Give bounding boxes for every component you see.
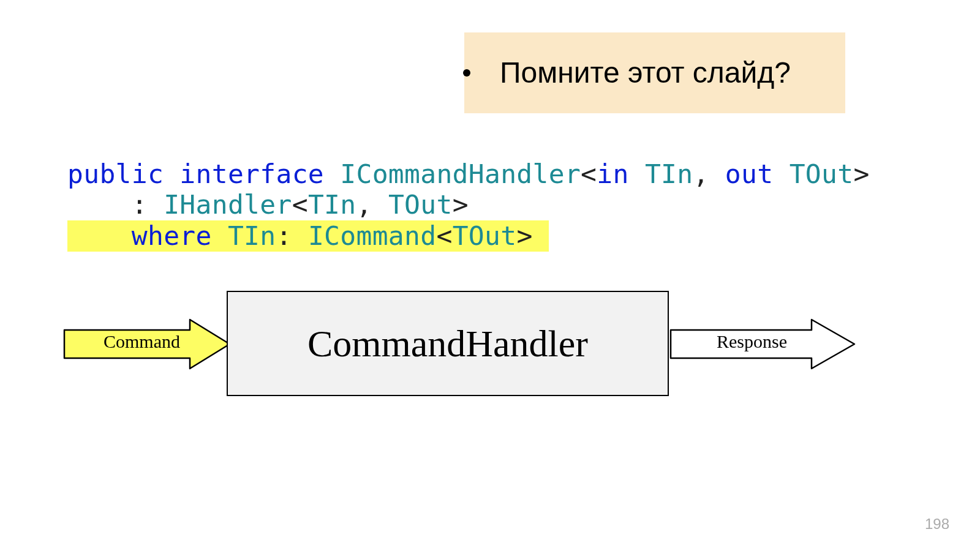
colon-constraint: : (276, 220, 292, 251)
keyword-in: in (597, 159, 628, 189)
colon-inherit: : (132, 189, 148, 220)
type-tin: TIn (645, 159, 693, 189)
angle-close: > (853, 159, 869, 189)
angle-open: < (292, 189, 308, 220)
handler-box: CommandHandler (227, 291, 669, 396)
angle-open: < (581, 159, 597, 189)
angle-open-3: < (436, 220, 452, 251)
arrow-response: Response (668, 318, 858, 370)
code-line-2: : IHandler<TIn, TOut> (67, 189, 469, 220)
type-tin-3: TIn (228, 220, 276, 251)
callout-text: Помните этот слайд? (481, 56, 791, 89)
handler-box-label: CommandHandler (307, 322, 588, 365)
comma-2: , (356, 189, 372, 220)
type-tout-2: TOut (388, 189, 453, 220)
angle-close-3: > (516, 220, 532, 251)
type-icommand: ICommand (308, 220, 437, 251)
callout-box: Помните этот слайд? (464, 32, 845, 113)
keyword-where: where (132, 220, 212, 251)
type-tout-3: TOut (453, 220, 517, 251)
angle-close-2: > (453, 189, 469, 220)
type-tin-2: TIn (308, 189, 356, 220)
keyword-interface: interface (179, 159, 324, 189)
arrow-command: Command (61, 318, 233, 370)
callout-bullet: Помните этот слайд? (464, 56, 791, 89)
diagram: Command CommandHandler Response (74, 291, 882, 398)
highlight-where-clause: where TIn: ICommand<TOut> (67, 220, 549, 252)
type-icommandhandler: ICommandHandler (340, 159, 581, 189)
keyword-out: out (725, 159, 774, 189)
code-block: public interface ICommandHandler<in TIn,… (67, 127, 870, 252)
arrow-right-label: Response (704, 331, 799, 352)
arrow-left-label: Command (94, 331, 189, 352)
type-tout: TOut (790, 159, 854, 189)
code-line-1: public interface ICommandHandler<in TIn,… (67, 159, 870, 189)
keyword-public: public (67, 159, 164, 189)
bullet-dot-icon (463, 69, 470, 77)
code-line-3: where TIn: ICommand<TOut> (67, 220, 549, 251)
comma: , (693, 159, 709, 189)
type-ihandler: IHandler (164, 189, 292, 220)
page-number: 198 (925, 515, 949, 533)
